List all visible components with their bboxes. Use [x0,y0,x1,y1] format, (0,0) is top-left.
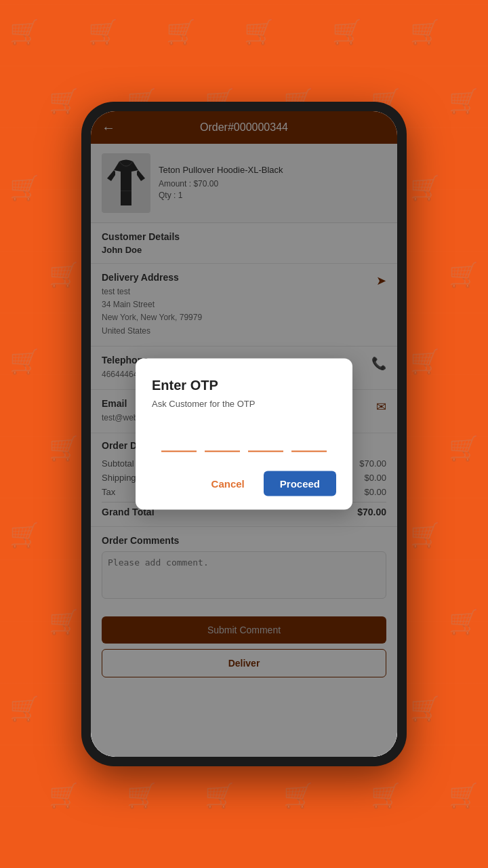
app-container: ← Order#000000344 [91,111,397,757]
otp-inputs [152,428,336,452]
otp-digit-3[interactable] [248,428,283,452]
modal-actions: Cancel Proceed [152,471,336,496]
proceed-button[interactable]: Proceed [264,471,336,496]
cancel-button[interactable]: Cancel [203,473,253,495]
phone-screen: ← Order#000000344 [91,111,397,757]
phone-shell: ← Order#000000344 [81,102,407,766]
modal-subtitle: Ask Customer for the OTP [152,399,336,409]
modal-title: Enter OTP [152,378,336,393]
otp-digit-4[interactable] [291,428,327,452]
otp-modal: Enter OTP Ask Customer for the OTP Cance… [136,359,352,510]
otp-digit-2[interactable] [205,428,240,452]
otp-digit-1[interactable] [161,428,197,452]
